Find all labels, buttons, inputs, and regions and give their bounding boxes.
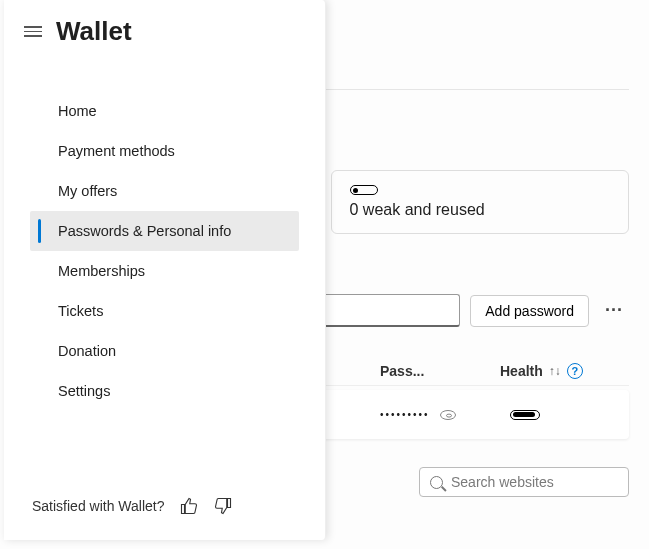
sort-icon[interactable]: ↑↓: [549, 364, 561, 378]
sidebar-item-memberships[interactable]: Memberships: [30, 251, 299, 291]
column-password[interactable]: Pass...: [380, 363, 500, 379]
column-health[interactable]: Health ↑↓ ?: [500, 363, 649, 379]
sidebar-item-home[interactable]: Home: [30, 91, 299, 131]
search-icon: [430, 476, 443, 489]
search-websites-input[interactable]: Search websites: [419, 467, 629, 497]
add-password-button[interactable]: Add password: [470, 295, 589, 327]
column-health-label: Health: [500, 363, 543, 379]
sidebar-item-settings[interactable]: Settings: [30, 371, 299, 411]
sidebar-item-my-offers[interactable]: My offers: [30, 171, 299, 211]
strength-icon: [350, 185, 378, 195]
sidebar-item-tickets[interactable]: Tickets: [30, 291, 299, 331]
feedback-prompt: Satisfied with Wallet?: [32, 498, 165, 514]
sidebar-nav: Home Payment methods My offers Passwords…: [4, 71, 325, 411]
sidebar-item-payment-methods[interactable]: Payment methods: [30, 131, 299, 171]
sidebar-item-passwords[interactable]: Passwords & Personal info: [30, 211, 299, 251]
weak-reused-text: 0 weak and reused: [350, 201, 611, 219]
thumbs-down-icon[interactable]: [213, 496, 233, 516]
reveal-password-icon[interactable]: [440, 410, 456, 420]
weak-reused-card[interactable]: 0 weak and reused: [331, 170, 630, 234]
sidebar: Wallet Home Payment methods My offers Pa…: [4, 0, 326, 540]
password-cell: •••••••••: [380, 407, 500, 423]
more-options-button[interactable]: ···: [599, 300, 629, 321]
sidebar-item-donation[interactable]: Donation: [30, 331, 299, 371]
sidebar-title: Wallet: [56, 16, 132, 47]
health-indicator-icon: [510, 410, 540, 420]
masked-password: •••••••••: [380, 409, 430, 420]
menu-icon[interactable]: [24, 26, 42, 37]
search-websites-placeholder: Search websites: [451, 474, 554, 490]
thumbs-up-icon[interactable]: [179, 496, 199, 516]
help-icon[interactable]: ?: [567, 363, 583, 379]
